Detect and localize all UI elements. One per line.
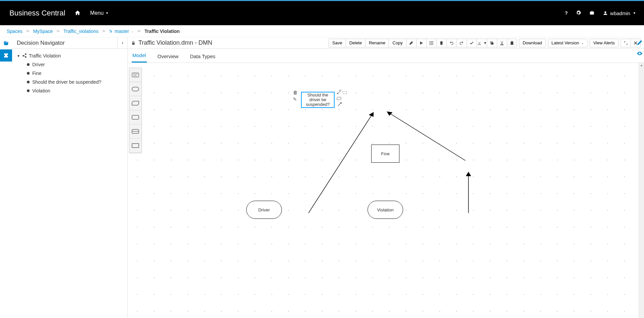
- check-icon[interactable]: [467, 39, 477, 47]
- connect-bkm-icon[interactable]: [337, 96, 341, 101]
- separator: ≫: [56, 29, 60, 33]
- svg-rect-10: [340, 90, 341, 91]
- grid-icon[interactable]: [426, 39, 436, 47]
- chevron-down-icon: ▼: [105, 11, 109, 15]
- crumb-current: Traffic Violation: [144, 29, 180, 34]
- connect-arrow-icon[interactable]: [337, 102, 342, 108]
- play-icon[interactable]: [416, 39, 426, 47]
- toolbar-buttons: Save Delete Rename Copy ▼ Download Lates…: [329, 39, 641, 47]
- expand-icon[interactable]: [620, 39, 631, 47]
- menu-label: Menu: [90, 10, 103, 16]
- svg-line-6: [308, 112, 373, 213]
- palette-text[interactable]: [129, 138, 141, 153]
- decision-navigator-button[interactable]: [0, 49, 12, 62]
- tab-overview[interactable]: Overview: [157, 50, 179, 63]
- file-title: Traffic Violation.dmn - DMN: [131, 39, 212, 46]
- node-fine[interactable]: Fine: [371, 145, 399, 163]
- copy-icon[interactable]: [487, 39, 497, 47]
- separator: ≫: [137, 29, 141, 33]
- lock-icon: [131, 41, 136, 45]
- redo-icon[interactable]: [457, 39, 467, 47]
- canvas-dotgrid[interactable]: Should the driver be suspended? 🗑 ✎ Fine…: [128, 63, 639, 318]
- user-menu[interactable]: wbadmin ▼: [603, 10, 636, 16]
- download-dropdown[interactable]: ▼: [477, 39, 487, 47]
- branch-selector[interactable]: master ⌄: [109, 29, 134, 34]
- node-driver[interactable]: Driver: [246, 201, 282, 219]
- vertical-scrollbar[interactable]: [639, 63, 644, 318]
- rename-button[interactable]: Rename: [365, 39, 389, 47]
- home-icon[interactable]: [75, 10, 81, 17]
- node-palette: [129, 68, 142, 153]
- latest-version-dropdown[interactable]: Latest Version⌄: [548, 39, 588, 47]
- palette-input[interactable]: [129, 82, 141, 96]
- chevron-down-icon: ▼: [633, 11, 636, 15]
- crumb-spaces[interactable]: Spaces: [7, 29, 23, 34]
- palette-annotation[interactable]: [129, 68, 141, 82]
- tree-root[interactable]: ▼ Traffic Violation: [12, 51, 127, 60]
- branch-name: master: [115, 29, 129, 34]
- project-explorer-button[interactable]: [0, 37, 12, 49]
- briefcase-icon[interactable]: [589, 10, 595, 16]
- separator: ≫: [102, 29, 106, 33]
- crumb-project[interactable]: Traffic_violations: [63, 29, 98, 34]
- edit-node-icon[interactable]: ✎: [293, 96, 297, 102]
- svg-rect-1: [132, 87, 139, 91]
- user-name: wbadmin: [610, 10, 630, 16]
- copy-button[interactable]: Copy: [389, 39, 406, 47]
- node-context-tools: 🗑 ✎: [293, 90, 347, 111]
- tree-item-driver[interactable]: Driver: [12, 60, 127, 69]
- decision-navigator-panel: Decision Navigator ▼ Traffic Violation D…: [12, 37, 128, 318]
- left-rail: [0, 37, 12, 318]
- palette-decision[interactable]: [129, 110, 141, 124]
- editor-toolbar: Traffic Violation.dmn - DMN Save Delete …: [128, 37, 644, 49]
- preview-button[interactable]: [637, 50, 643, 56]
- gear-icon[interactable]: [576, 10, 581, 16]
- svg-point-9: [337, 93, 338, 94]
- diagram-icon: [22, 53, 27, 58]
- cut-icon[interactable]: [497, 39, 507, 47]
- view-alerts-button[interactable]: View Alerts: [590, 39, 618, 47]
- eraser-icon[interactable]: [406, 39, 416, 47]
- menu-dropdown[interactable]: Menu ▼: [90, 10, 109, 16]
- delete-button[interactable]: Delete: [346, 39, 366, 47]
- tree-item-should-suspend[interactable]: Should the driver be suspended?: [12, 78, 127, 86]
- save-button[interactable]: Save: [329, 39, 346, 47]
- chevron-down-icon: ⌄: [131, 30, 134, 33]
- paste-icon[interactable]: [507, 39, 517, 47]
- trash-icon[interactable]: [436, 39, 446, 47]
- canvas-viewport: Should the driver be suspended? 🗑 ✎ Fine…: [128, 63, 644, 318]
- panel-title: Decision Navigator: [12, 37, 127, 49]
- brand: Business Central: [0, 9, 75, 17]
- tree-item-violation[interactable]: Violation: [12, 86, 127, 95]
- connect-dec-icon[interactable]: [337, 90, 341, 95]
- breadcrumb: Spaces ≫ MySpace ≫ Traffic_violations ≫ …: [0, 25, 644, 37]
- edit-panel-button[interactable]: [637, 40, 643, 46]
- tab-datatypes[interactable]: Data Types: [189, 50, 216, 63]
- tab-model[interactable]: Model: [132, 49, 147, 63]
- palette-bkm[interactable]: [129, 124, 141, 138]
- connect-text-icon[interactable]: [343, 90, 347, 95]
- editor-area: Traffic Violation.dmn - DMN Save Delete …: [128, 37, 644, 318]
- node-violation[interactable]: Violation: [368, 201, 403, 219]
- svg-rect-5: [132, 144, 139, 148]
- app-header: Business Central Menu ▼ ? wbadmin ▼: [0, 1, 644, 25]
- separator: ≫: [26, 29, 30, 33]
- editor-tabs: Model Overview Data Types: [128, 49, 644, 63]
- delete-node-icon[interactable]: 🗑: [293, 90, 298, 95]
- top-strip: [0, 0, 644, 1]
- svg-rect-2: [132, 115, 139, 119]
- tree-root-label: Traffic Violation: [29, 53, 61, 58]
- help-icon[interactable]: ?: [565, 10, 568, 16]
- collapse-sidebar-button[interactable]: [117, 37, 127, 49]
- palette-knowledge[interactable]: [129, 96, 141, 110]
- undo-icon[interactable]: [446, 39, 457, 47]
- crumb-space[interactable]: MySpace: [33, 29, 53, 34]
- tree-item-fine[interactable]: Fine: [12, 69, 127, 78]
- download-button[interactable]: Download: [519, 39, 546, 47]
- svg-rect-0: [132, 73, 139, 77]
- arrows-layer: [128, 63, 639, 318]
- caret-down-icon: ▼: [17, 54, 20, 58]
- svg-rect-11: [343, 91, 347, 94]
